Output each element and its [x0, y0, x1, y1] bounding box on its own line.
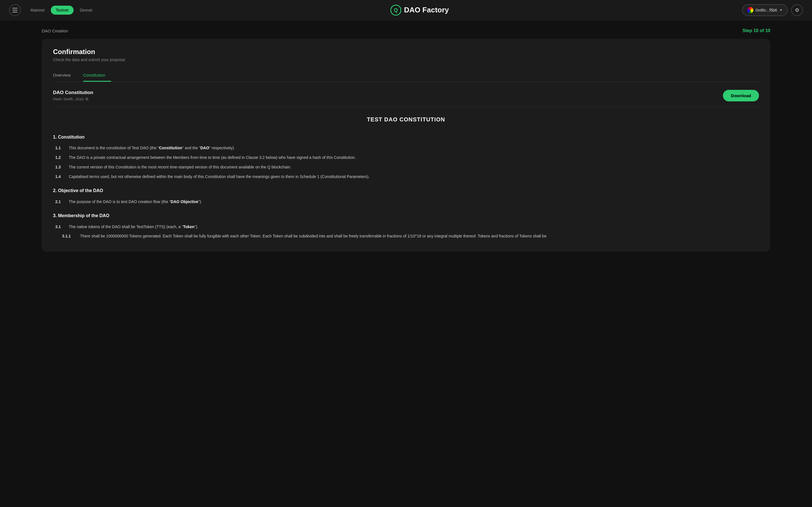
svg-text:Q: Q — [394, 7, 398, 13]
clause-2-1: 2.1 The purpose of the DAO is to test DA… — [53, 199, 759, 205]
clause-text: Capitalised terms used, but not otherwis… — [69, 173, 370, 180]
clause-1-3: 1.3 The current version of this Constitu… — [53, 164, 759, 171]
clause-text: The native tokens of the DAO shall be Te… — [69, 224, 198, 230]
tab-constitution[interactable]: Constitution — [83, 70, 111, 82]
clause-text: The current version of this Constitution… — [69, 164, 291, 171]
header-left: Mainnet Testnet Devnet — [9, 4, 97, 16]
card-title: Confirmation — [53, 48, 759, 56]
clause-num: 1.4 — [55, 173, 64, 180]
hamburger-line — [12, 10, 17, 10]
clause-text: The DAO is a private contractual arrange… — [69, 154, 356, 161]
testnet-tab[interactable]: Testnet — [51, 6, 73, 15]
wallet-button[interactable]: 0xd6c...f5b6 ▼ — [742, 4, 788, 16]
constitution-header: DAO Constitution Hash: 0xef8...d1a1 ⧉ Do… — [53, 82, 759, 107]
section-2-heading: 2. Objective of the DAO — [53, 187, 759, 194]
hash-value: Hash: 0xef8...d1a1 — [53, 97, 84, 101]
tab-overview[interactable]: Overview — [53, 70, 77, 82]
download-button[interactable]: Download — [723, 90, 759, 101]
clause-num: 1.1 — [55, 145, 64, 152]
breadcrumb: DAO Creation — [42, 29, 68, 33]
section-3-heading: 3. Membership of the DAO — [53, 212, 759, 219]
clause-text: The purpose of the DAO is to test DAO cr… — [69, 199, 202, 205]
wallet-address: 0xd6c...f5b6 — [756, 8, 777, 12]
clause-1-1: 1.1 This document is the constitution of… — [53, 145, 759, 152]
chevron-down-icon: ▼ — [779, 8, 783, 12]
clause-num: 1.2 — [55, 154, 64, 161]
menu-button[interactable] — [9, 4, 21, 16]
doc-title: TEST DAO CONSTITUTION — [53, 115, 759, 124]
clause-text: There shall be 1000000000 Tokens generat… — [80, 233, 546, 240]
card-subtitle: Check the data and submit your proposal — [53, 57, 759, 62]
devnet-tab[interactable]: Devnet — [75, 6, 97, 15]
network-tabs: Mainnet Testnet Devnet — [26, 6, 97, 15]
clause-3-1: 3.1 The native tokens of the DAO shall b… — [53, 224, 759, 230]
logo-text: DAO Factory — [404, 6, 449, 14]
section-1-heading: 1. Constitution — [53, 133, 759, 141]
clause-num: 3.1 — [55, 224, 64, 230]
logo: Q DAO Factory — [391, 5, 449, 15]
sub-clause-3-1-1: 3.1.1 There shall be 1000000000 Tokens g… — [53, 233, 759, 240]
clause-num: 1.3 — [55, 164, 64, 171]
settings-button[interactable]: ⚙ — [791, 4, 803, 16]
clause-num: 2.1 — [55, 199, 64, 205]
constitution-title: DAO Constitution — [53, 90, 93, 96]
step-indicator: Step 10 of 10 — [742, 28, 770, 33]
main-card: Confirmation Check the data and submit y… — [42, 39, 770, 251]
page-header: DAO Creation Step 10 of 10 — [0, 20, 812, 39]
clause-1-2: 1.2 The DAO is a private contractual arr… — [53, 154, 759, 161]
sub-clause-num: 3.1.1 — [62, 233, 75, 240]
constitution-hash: Hash: 0xef8...d1a1 ⧉ — [53, 97, 93, 101]
hamburger-line — [12, 8, 17, 8]
header-right: 0xd6c...f5b6 ▼ ⚙ — [742, 4, 803, 16]
constitution-info: DAO Constitution Hash: 0xef8...d1a1 ⧉ — [53, 90, 93, 101]
header: Mainnet Testnet Devnet Q DAO Factory 0xd… — [0, 0, 812, 20]
clause-text: This document is the constitution of Tes… — [69, 145, 235, 152]
document-content: TEST DAO CONSTITUTION 1. Constitution 1.… — [53, 115, 759, 240]
mainnet-tab[interactable]: Mainnet — [26, 6, 50, 15]
copy-icon[interactable]: ⧉ — [86, 97, 88, 101]
hamburger-line — [12, 12, 17, 12]
wallet-avatar — [747, 7, 753, 13]
clause-1-4: 1.4 Capitalised terms used, but not othe… — [53, 173, 759, 180]
tab-bar: Overview Constitution — [53, 70, 759, 82]
logo-icon: Q — [391, 5, 401, 15]
